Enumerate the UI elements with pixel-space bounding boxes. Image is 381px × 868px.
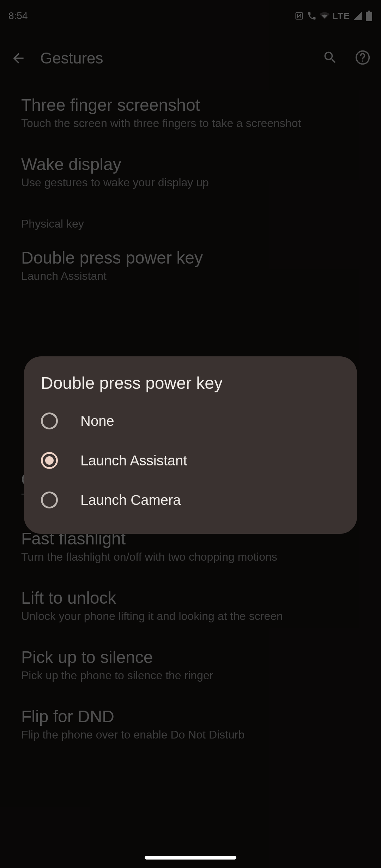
radio-label: Launch Camera (80, 492, 181, 508)
radio-button-selected-icon (41, 452, 58, 469)
radio-button-icon (41, 412, 58, 429)
options-dialog: Double press power key None Launch Assis… (24, 356, 357, 534)
navigation-bar[interactable] (145, 856, 236, 860)
radio-label: None (80, 413, 114, 429)
radio-option-assistant[interactable]: Launch Assistant (24, 441, 357, 480)
radio-button-icon (41, 492, 58, 508)
radio-label: Launch Assistant (80, 453, 187, 469)
radio-option-none[interactable]: None (24, 401, 357, 441)
radio-option-camera[interactable]: Launch Camera (24, 480, 357, 520)
dialog-title: Double press power key (24, 373, 357, 401)
